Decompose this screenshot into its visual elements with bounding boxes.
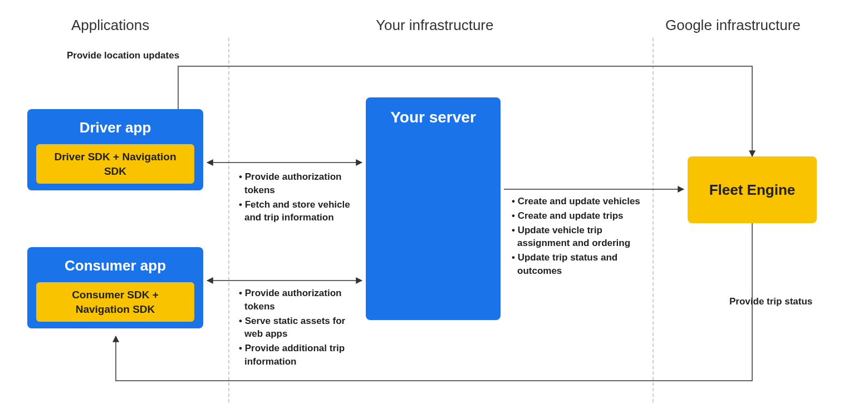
fleet-engine-title: Fleet Engine (709, 181, 796, 199)
bullet-item: Serve static assets for web apps (237, 314, 359, 341)
consumer-app-box: Consumer app Consumer SDK + Navigation S… (27, 247, 203, 328)
bullets-server-to-fleet: Create and update vehicles Create and up… (509, 195, 646, 279)
bullets-consumer-to-server: Provide authorization tokens Serve stati… (237, 287, 359, 370)
bullet-item: Fetch and store vehicle and trip informa… (237, 198, 359, 225)
driver-app-box: Driver app Driver SDK + Navigation SDK (27, 109, 203, 190)
section-applications: Applications (71, 17, 149, 34)
bullet-item: Provide authorization tokens (237, 170, 359, 197)
consumer-sdk-box: Consumer SDK + Navigation SDK (36, 282, 194, 322)
section-google-infra: Google infrastructure (665, 17, 801, 34)
bullet-item: Create and update trips (509, 209, 646, 223)
bullet-item: Provide authorization tokens (237, 287, 359, 313)
divider-1 (228, 38, 229, 402)
label-trip-status: Provide trip status (729, 296, 812, 307)
driver-app-title: Driver app (27, 119, 203, 136)
section-your-infra: Your infrastructure (376, 17, 493, 34)
bullet-item: Update vehicle trip assignment and order… (509, 224, 646, 250)
bullets-driver-to-server: Provide authorization tokens Fetch and s… (237, 170, 359, 225)
bullet-item: Update trip status and outcomes (509, 251, 646, 278)
consumer-app-title: Consumer app (27, 257, 203, 274)
your-server-title: Your server (390, 109, 476, 126)
your-server-box: Your server (366, 97, 501, 320)
divider-2 (653, 38, 654, 402)
label-location-updates: Provide location updates (67, 50, 179, 61)
driver-sdk-box: Driver SDK + Navigation SDK (36, 144, 194, 184)
bullet-item: Create and update vehicles (509, 195, 646, 208)
fleet-engine-box: Fleet Engine (688, 156, 817, 223)
bullet-item: Provide additional trip information (237, 342, 359, 368)
